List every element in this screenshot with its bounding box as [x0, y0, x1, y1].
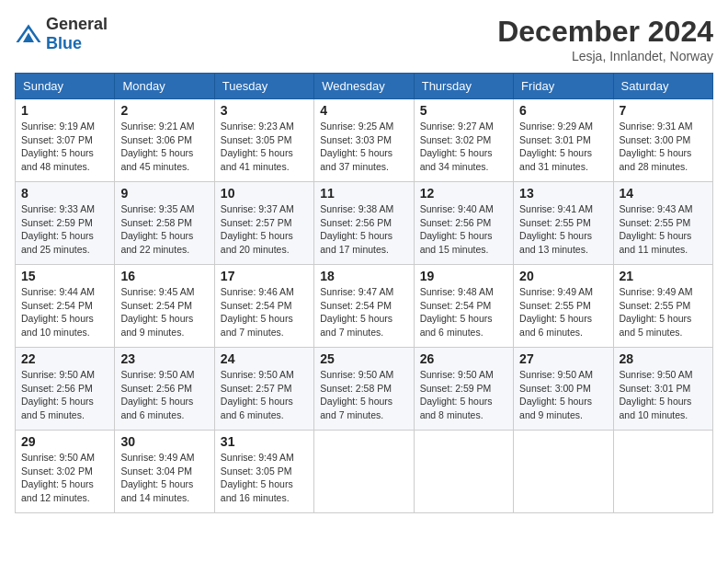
calendar-cell [613, 431, 712, 513]
day-info: Sunrise: 9:46 AMSunset: 2:54 PMDaylight:… [221, 285, 308, 339]
column-header-tuesday: Tuesday [214, 74, 313, 99]
day-number: 17 [221, 269, 308, 283]
day-info: Sunrise: 9:50 AMSunset: 3:00 PMDaylight:… [519, 368, 607, 422]
day-number: 20 [519, 269, 607, 283]
day-info: Sunrise: 9:49 AMSunset: 2:55 PMDaylight:… [620, 285, 707, 339]
calendar-cell: 28Sunrise: 9:50 AMSunset: 3:01 PMDayligh… [613, 348, 712, 431]
day-info: Sunrise: 9:49 AMSunset: 2:55 PMDaylight:… [519, 285, 607, 339]
column-header-friday: Friday [514, 74, 613, 99]
calendar-week-row: 29Sunrise: 9:50 AMSunset: 3:02 PMDayligh… [16, 431, 713, 513]
calendar-week-row: 1Sunrise: 9:19 AMSunset: 3:07 PMDaylight… [16, 99, 713, 182]
calendar-cell: 26Sunrise: 9:50 AMSunset: 2:59 PMDayligh… [414, 348, 513, 431]
day-info: Sunrise: 9:50 AMSunset: 2:56 PMDaylight:… [21, 368, 108, 422]
calendar-cell: 4Sunrise: 9:25 AMSunset: 3:03 PMDaylight… [314, 99, 414, 182]
calendar-cell: 24Sunrise: 9:50 AMSunset: 2:57 PMDayligh… [214, 348, 313, 431]
day-info: Sunrise: 9:50 AMSunset: 2:57 PMDaylight:… [221, 368, 308, 422]
day-number: 22 [21, 351, 108, 366]
day-number: 6 [519, 103, 607, 118]
day-number: 27 [519, 351, 607, 366]
day-info: Sunrise: 9:50 AMSunset: 2:56 PMDaylight:… [120, 368, 208, 422]
calendar-cell: 22Sunrise: 9:50 AMSunset: 2:56 PMDayligh… [16, 348, 115, 431]
calendar-cell: 31Sunrise: 9:49 AMSunset: 3:05 PMDayligh… [214, 431, 313, 513]
day-info: Sunrise: 9:43 AMSunset: 2:55 PMDaylight:… [620, 202, 707, 257]
day-number: 1 [21, 103, 108, 118]
day-number: 7 [620, 103, 707, 118]
column-header-thursday: Thursday [414, 74, 513, 99]
calendar-cell: 9Sunrise: 9:35 AMSunset: 2:58 PMDaylight… [115, 182, 214, 265]
day-info: Sunrise: 9:35 AMSunset: 2:58 PMDaylight:… [120, 202, 208, 257]
day-number: 11 [320, 186, 407, 201]
day-info: Sunrise: 9:33 AMSunset: 2:59 PMDaylight:… [21, 202, 108, 257]
calendar-cell [514, 431, 613, 513]
day-info: Sunrise: 9:49 AMSunset: 3:04 PMDaylight:… [120, 451, 208, 505]
logo-blue: Blue [46, 34, 82, 52]
day-number: 23 [120, 351, 208, 366]
day-number: 5 [420, 103, 507, 118]
day-number: 18 [320, 269, 407, 283]
day-info: Sunrise: 9:23 AMSunset: 3:05 PMDaylight:… [221, 120, 308, 174]
title-area: December 2024 Lesja, Innlandet, Norway [497, 15, 713, 63]
calendar-cell: 12Sunrise: 9:40 AMSunset: 2:56 PMDayligh… [414, 182, 513, 265]
day-number: 15 [21, 269, 108, 283]
day-number: 28 [620, 351, 707, 366]
calendar-cell: 14Sunrise: 9:43 AMSunset: 2:55 PMDayligh… [613, 182, 712, 265]
calendar-cell: 30Sunrise: 9:49 AMSunset: 3:04 PMDayligh… [115, 431, 214, 513]
calendar-cell: 13Sunrise: 9:41 AMSunset: 2:55 PMDayligh… [514, 182, 613, 265]
day-info: Sunrise: 9:44 AMSunset: 2:54 PMDaylight:… [21, 285, 108, 339]
day-info: Sunrise: 9:41 AMSunset: 2:55 PMDaylight:… [519, 202, 607, 257]
calendar-cell [414, 431, 513, 513]
calendar-cell: 5Sunrise: 9:27 AMSunset: 3:02 PMDaylight… [414, 99, 513, 182]
day-info: Sunrise: 9:50 AMSunset: 3:02 PMDaylight:… [21, 451, 108, 505]
day-number: 24 [221, 351, 308, 366]
day-info: Sunrise: 9:38 AMSunset: 2:56 PMDaylight:… [320, 202, 407, 257]
day-number: 30 [120, 434, 208, 449]
calendar-table: SundayMondayTuesdayWednesdayThursdayFrid… [15, 73, 713, 513]
calendar-cell: 17Sunrise: 9:46 AMSunset: 2:54 PMDayligh… [214, 265, 313, 348]
calendar-cell: 29Sunrise: 9:50 AMSunset: 3:02 PMDayligh… [16, 431, 115, 513]
day-number: 3 [221, 103, 308, 118]
day-info: Sunrise: 9:21 AMSunset: 3:06 PMDaylight:… [120, 120, 208, 174]
day-number: 12 [420, 186, 507, 201]
day-number: 29 [21, 434, 108, 449]
logo: General Blue [15, 15, 108, 53]
calendar-cell: 7Sunrise: 9:31 AMSunset: 3:00 PMDaylight… [613, 99, 712, 182]
day-number: 2 [120, 103, 208, 118]
day-number: 21 [620, 269, 707, 283]
calendar-week-row: 22Sunrise: 9:50 AMSunset: 2:56 PMDayligh… [16, 348, 713, 431]
day-number: 4 [320, 103, 407, 118]
calendar-cell: 1Sunrise: 9:19 AMSunset: 3:07 PMDaylight… [16, 99, 115, 182]
day-number: 31 [221, 434, 308, 449]
day-info: Sunrise: 9:31 AMSunset: 3:00 PMDaylight:… [620, 120, 707, 174]
calendar-cell [314, 431, 414, 513]
day-info: Sunrise: 9:29 AMSunset: 3:01 PMDaylight:… [519, 120, 607, 174]
day-info: Sunrise: 9:50 AMSunset: 2:59 PMDaylight:… [420, 368, 507, 422]
page-header: General Blue December 2024 Lesja, Innlan… [15, 15, 713, 63]
column-header-wednesday: Wednesday [314, 74, 414, 99]
day-info: Sunrise: 9:49 AMSunset: 3:05 PMDaylight:… [221, 451, 308, 505]
column-header-sunday: Sunday [16, 74, 115, 99]
day-number: 16 [120, 269, 208, 283]
day-info: Sunrise: 9:48 AMSunset: 2:54 PMDaylight:… [420, 285, 507, 339]
general-blue-icon [15, 23, 42, 45]
day-number: 25 [320, 351, 407, 366]
calendar-header-row: SundayMondayTuesdayWednesdayThursdayFrid… [16, 74, 713, 99]
calendar-cell: 16Sunrise: 9:45 AMSunset: 2:54 PMDayligh… [115, 265, 214, 348]
calendar-cell: 25Sunrise: 9:50 AMSunset: 2:58 PMDayligh… [314, 348, 414, 431]
day-number: 26 [420, 351, 507, 366]
calendar-cell: 23Sunrise: 9:50 AMSunset: 2:56 PMDayligh… [115, 348, 214, 431]
day-info: Sunrise: 9:25 AMSunset: 3:03 PMDaylight:… [320, 120, 407, 174]
month-title: December 2024 [497, 15, 713, 49]
column-header-saturday: Saturday [613, 74, 712, 99]
calendar-week-row: 15Sunrise: 9:44 AMSunset: 2:54 PMDayligh… [16, 265, 713, 348]
day-number: 13 [519, 186, 607, 201]
calendar-cell: 11Sunrise: 9:38 AMSunset: 2:56 PMDayligh… [314, 182, 414, 265]
day-info: Sunrise: 9:19 AMSunset: 3:07 PMDaylight:… [21, 120, 108, 174]
day-info: Sunrise: 9:37 AMSunset: 2:57 PMDaylight:… [221, 202, 308, 257]
day-number: 19 [420, 269, 507, 283]
day-number: 10 [221, 186, 308, 201]
calendar-cell: 19Sunrise: 9:48 AMSunset: 2:54 PMDayligh… [414, 265, 513, 348]
day-number: 9 [120, 186, 208, 201]
location: Lesja, Innlandet, Norway [497, 49, 713, 63]
logo-text: General Blue [46, 15, 108, 53]
column-header-monday: Monday [115, 74, 214, 99]
